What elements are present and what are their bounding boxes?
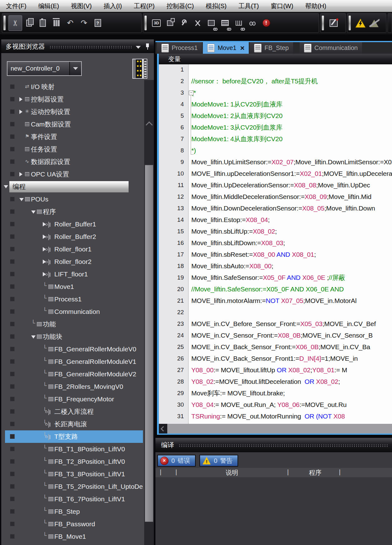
tree-section-header[interactable]: 编程 — [1, 181, 143, 193]
scroll-left-button[interactable] — [159, 424, 167, 434]
code-line[interactable]: 27 Y08_00:= MOVE_liftout.liftUp OR X08_0… — [159, 364, 392, 376]
expander-icon[interactable] — [4, 185, 8, 188]
code-line[interactable]: 24 MOVE_in.CV_Sensor_Front:=X08_0B;MOVE_… — [159, 329, 392, 341]
tree-item[interactable]: └ Communication — [1, 305, 143, 318]
code-line[interactable]: 28 Y08_02:=MOVE_liftout.liftDeceleration… — [159, 376, 392, 387]
tree-item[interactable]: 程序 — [1, 206, 143, 218]
tree-item[interactable]: OPC UA设置 — [1, 168, 143, 181]
cross-reference-icon[interactable] — [191, 15, 204, 31]
tree-item[interactable]: LIFT_floor1 — [1, 268, 143, 280]
tree-item[interactable]: Roller_floor2 — [1, 255, 143, 268]
build-tool-icon[interactable] — [177, 15, 191, 31]
tree-item[interactable]: 控制器设置 — [1, 93, 143, 106]
code-line[interactable]: 30 Y08_04:= MOVE_out.Run_A; Y08_06:=MOVE… — [159, 399, 392, 410]
expander-icon[interactable]: └ — [43, 470, 47, 476]
code-line[interactable]: 4 ModeMove1: 1从CV20到血液库 — [159, 98, 392, 110]
tree-item[interactable]: ∿ 数据跟踪设置 — [1, 156, 143, 168]
tree-item[interactable]: Roller_floor1 — [1, 243, 143, 255]
expander-icon[interactable]: └ — [43, 382, 47, 389]
code-line[interactable]: 6 ModeMove1: 3从CV20到血浆库 — [159, 121, 392, 133]
watch-table-icon[interactable] — [218, 15, 232, 31]
tree-item[interactable]: └ FB_GeneralRollerModuleV0 — [1, 343, 143, 355]
expander-icon[interactable] — [19, 172, 22, 176]
expander-icon[interactable] — [19, 198, 24, 201]
code-line[interactable]: 8 *) — [159, 145, 392, 156]
tree-item[interactable]: └ FB_GeneralRollerModuleV1 — [1, 355, 143, 368]
code-line[interactable]: 15 Move_liftin.sbLiftUp:=X08_02; — [159, 225, 392, 237]
tree-item[interactable]: └ FB_FrequencyMotor — [1, 393, 143, 405]
offline-disabled-icon[interactable] — [367, 15, 381, 31]
copy-icon[interactable] — [22, 15, 36, 31]
code-line[interactable]: 22 — [159, 306, 392, 318]
code-fold-icon[interactable]: − — [189, 91, 194, 95]
menu-item[interactable]: 插入(I) — [98, 0, 128, 12]
redo-icon[interactable]: ↷ — [77, 15, 91, 31]
add-device-icon[interactable] — [163, 15, 177, 31]
expander-icon[interactable] — [19, 97, 22, 102]
expander-icon[interactable]: └ — [43, 370, 47, 376]
menu-item[interactable]: 工具(T) — [233, 0, 265, 12]
code-line[interactable]: 11 Move_liftin.UpDecelerationSensor:=X08… — [159, 179, 392, 191]
editor-horizontal-scrollbar[interactable] — [159, 424, 392, 434]
code-line[interactable]: 7 ModeMove1: 4从血浆库到CV20 — [159, 133, 392, 145]
tree-item[interactable]: └ FB_2Rollers_MovingV0 — [1, 380, 143, 393]
code-line[interactable]: 26 MOVE_in.CV_Back_Sensor_Front1:=D_IN[4… — [159, 353, 392, 364]
tree-item[interactable]: Cam数据设置 — [1, 118, 143, 131]
code-line[interactable]: 5 ModeMove1: 2从血液库到CV20 — [159, 110, 392, 121]
sidebar-vertical-scrollbar-thumb[interactable] — [145, 165, 153, 522]
tree-item[interactable]: 任务设置 — [1, 143, 143, 156]
tree-item[interactable]: ⇄ I/O 映射 — [1, 81, 143, 93]
menu-item[interactable]: 控制器(C) — [160, 0, 200, 12]
expander-icon[interactable]: └ — [43, 282, 47, 289]
tree-item[interactable]: Roller_Buffer2 — [1, 230, 143, 243]
expander-icon[interactable]: └ — [43, 395, 47, 401]
paste-icon[interactable] — [36, 15, 50, 31]
code-line[interactable]: 9 Move_liftin.UpLimitSensor:=X02_07;Move… — [159, 156, 392, 168]
code-line[interactable]: 18 Move_liftin.sbAuto:=X08_00; — [159, 260, 392, 272]
expander-icon[interactable] — [31, 335, 36, 339]
code-line[interactable]: 17 Move_liftin.sbReset:=X08_00 AND X08_0… — [159, 249, 392, 260]
code-line[interactable]: 25 MOVE_in.CV_Back_Sensor_Front:=X06_0B;… — [159, 341, 392, 353]
cut-icon[interactable]: ✂ — [8, 15, 22, 31]
code-line[interactable]: 14 Move_liftin.Estop:=X08_04; — [159, 214, 392, 225]
st-code-editor[interactable]: − 1 2 //sensor： before是CV20， after是T5提升机… — [159, 64, 392, 424]
expander-icon[interactable]: └ — [43, 457, 47, 464]
errors-filter-button[interactable]: × 0 错误 — [157, 455, 196, 467]
editor-tab[interactable]: FB_Step × — [250, 42, 293, 54]
tree-item[interactable]: Roller_Buffer1 — [1, 218, 143, 230]
tree-item[interactable]: └ 功能 — [1, 318, 143, 330]
tree-item[interactable]: └ Process1 — [1, 293, 143, 305]
watch-box-icon[interactable] — [204, 15, 218, 31]
watch-waveform-icon[interactable] — [232, 15, 246, 31]
expander-icon[interactable]: └ — [43, 532, 47, 539]
3d-view-icon[interactable]: 3D — [149, 15, 163, 31]
menu-item[interactable]: 视图(V) — [65, 0, 98, 12]
toolbar-group-handle[interactable] — [349, 16, 351, 30]
delete-icon[interactable] — [50, 15, 63, 31]
expander-icon[interactable]: └ — [43, 295, 47, 301]
expander-icon[interactable]: └ — [43, 507, 47, 514]
code-line[interactable]: 1 — [159, 64, 392, 75]
code-line[interactable]: 21 MOVE_liftin.motorAlarm:=NOT X07_05;MO… — [159, 295, 392, 306]
editor-tab[interactable]: Move1 × — [203, 42, 249, 54]
edit-mode-icon[interactable] — [327, 15, 341, 31]
expander-icon[interactable] — [19, 110, 22, 114]
expander-icon[interactable]: └ — [43, 307, 47, 314]
tree-item[interactable]: ✳ 运动控制设置 — [1, 106, 143, 118]
menu-item[interactable]: 工程(P) — [128, 0, 161, 12]
tree-item[interactable]: └ FB_Move1 — [1, 530, 143, 543]
tree-item[interactable]: └ T型支路 — [1, 430, 143, 443]
menu-item[interactable]: 模拟(S) — [200, 0, 233, 12]
code-line[interactable]: 19 Move_liftin.SafeSensor:=X05_0F AND X0… — [159, 272, 392, 283]
tree-item[interactable]: └ FB_T5_2Position_Lift_UptoDe — [1, 480, 143, 493]
tree-item[interactable]: ⚑ 事件设置 — [1, 131, 143, 143]
variables-section-bar[interactable]: 变量 — [159, 54, 392, 64]
error-list-icon[interactable]: ! — [259, 15, 273, 31]
search-icon[interactable] — [246, 15, 259, 31]
expander-icon[interactable]: └ — [43, 482, 47, 489]
code-line[interactable]: 20 //Move_liftin.SafeSensor:=X05_0F AND … — [159, 283, 392, 295]
tree-item[interactable]: └ 二楼入库流程 — [1, 405, 143, 418]
tree-item[interactable]: └ FB_Password — [1, 518, 143, 530]
editor-tab[interactable]: Communication × — [300, 42, 362, 54]
menu-item[interactable]: 文件(F) — [0, 0, 32, 12]
